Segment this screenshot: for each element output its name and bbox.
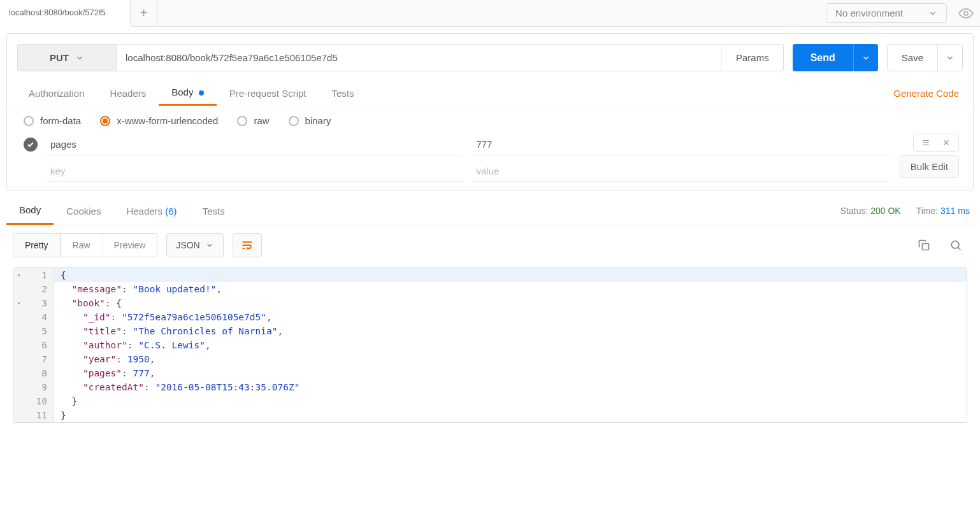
wrap-lines-toggle[interactable] xyxy=(233,233,262,257)
radio-icon xyxy=(24,116,34,126)
view-pretty-button[interactable]: Pretty xyxy=(13,234,61,257)
unsaved-indicator-icon xyxy=(199,90,204,96)
code-line: ▾1{ xyxy=(13,268,967,282)
body-type-radios: form-data x-www-form-urlencoded raw bina… xyxy=(7,106,973,131)
code-line: 7 "year": 1950, xyxy=(13,352,967,366)
tab-body-label: Body xyxy=(171,87,193,97)
send-button[interactable]: Send xyxy=(793,44,853,71)
chevron-down-icon xyxy=(946,53,955,62)
generate-code-link[interactable]: Generate Code xyxy=(888,82,964,105)
resp-tab-cookies[interactable]: Cookies xyxy=(54,198,113,224)
row-enabled-placeholder xyxy=(24,164,38,178)
radio-label: form-data xyxy=(40,115,81,126)
view-mode-group: Pretty Raw Preview xyxy=(13,233,157,257)
radio-icon xyxy=(289,116,299,126)
search-response-button[interactable] xyxy=(944,236,967,254)
request-tab[interactable]: localhost:8080/book/572f5 xyxy=(0,0,131,27)
bulk-edit-button[interactable]: Bulk Edit xyxy=(900,155,959,178)
row-enabled-toggle[interactable] xyxy=(24,138,38,152)
chevron-down-icon xyxy=(205,241,214,250)
url-input-container xyxy=(116,44,721,71)
environment-select[interactable]: No environment xyxy=(826,3,947,23)
http-method-select[interactable]: PUT xyxy=(17,44,116,71)
kv-editor: Bulk Edit xyxy=(7,131,973,185)
response-meta: Status: 200 OK Time: 311 ms xyxy=(837,206,974,216)
time-value: 311 ms xyxy=(940,206,970,216)
resp-tab-body[interactable]: Body xyxy=(6,197,54,225)
code-line: 5 "title": "The Chronicles of Narnia", xyxy=(13,324,967,338)
check-icon xyxy=(27,141,34,148)
resp-tab-tests[interactable]: Tests xyxy=(190,198,238,224)
copy-response-button[interactable] xyxy=(912,236,935,254)
svg-rect-8 xyxy=(923,244,929,250)
params-button[interactable]: Params xyxy=(721,44,784,71)
top-tab-bar: localhost:8080/book/572f5 + No environme… xyxy=(0,0,980,27)
radio-form-data[interactable]: form-data xyxy=(24,115,81,126)
radio-label: raw xyxy=(254,115,269,126)
radio-binary[interactable]: binary xyxy=(289,115,331,126)
kv-key-input[interactable] xyxy=(47,134,463,155)
view-raw-button[interactable]: Raw xyxy=(61,234,102,257)
tab-authorization[interactable]: Authorization xyxy=(16,82,97,105)
status-value: 200 OK xyxy=(870,206,900,216)
request-panel: PUT Params Send Save Authorization Heade… xyxy=(6,33,974,190)
kv-value-input[interactable] xyxy=(472,160,889,182)
svg-point-0 xyxy=(964,11,968,15)
tab-prerequest-script[interactable]: Pre-request Script xyxy=(217,82,319,105)
kv-value-input[interactable] xyxy=(472,134,889,155)
view-preview-button[interactable]: Preview xyxy=(102,234,157,257)
tab-tests[interactable]: Tests xyxy=(319,82,367,105)
environment-quicklook-button[interactable] xyxy=(952,6,980,21)
svg-line-10 xyxy=(958,248,961,250)
radio-raw[interactable]: raw xyxy=(237,115,269,126)
http-method-label: PUT xyxy=(50,52,69,63)
wrap-icon xyxy=(241,239,254,252)
radio-icon xyxy=(237,116,247,126)
kv-key-input[interactable] xyxy=(47,160,463,182)
code-line: 11} xyxy=(13,408,967,422)
format-label: JSON xyxy=(176,240,199,250)
chevron-down-icon xyxy=(861,53,870,62)
request-tab-title: localhost:8080/book/572f5 xyxy=(9,8,106,17)
radio-label: x-www-form-urlencoded xyxy=(117,115,218,126)
code-line: 2 "message": "Book updated!", xyxy=(13,282,967,296)
response-toolbar: Pretty Raw Preview JSON xyxy=(6,225,974,265)
code-line: ▾3 "book": { xyxy=(13,296,967,310)
code-line: 10 } xyxy=(13,394,967,408)
resp-tab-headers[interactable]: Headers (6) xyxy=(113,198,189,224)
send-options-button[interactable] xyxy=(853,44,878,71)
resp-tab-headers-label: Headers xyxy=(126,206,162,217)
code-line: 9 "createdAt": "2016-05-08T15:43:35.076Z… xyxy=(13,380,967,394)
radio-icon xyxy=(100,116,110,126)
environment-label: No environment xyxy=(835,8,903,18)
code-line: 6 "author": "C.S. Lewis", xyxy=(13,338,967,352)
resp-headers-count: (6) xyxy=(165,206,177,217)
save-button[interactable]: Save xyxy=(888,45,937,71)
tab-headers[interactable]: Headers xyxy=(97,82,159,105)
kv-row-new xyxy=(17,158,896,185)
chevron-down-icon xyxy=(928,9,937,18)
radio-urlencoded[interactable]: x-www-form-urlencoded xyxy=(100,115,218,126)
save-options-button[interactable] xyxy=(937,45,962,71)
response-body-viewer[interactable]: ▾1{2 "message": "Book updated!",▾3 "book… xyxy=(13,267,967,423)
code-line: 8 "pages": 777, xyxy=(13,366,967,380)
url-input[interactable] xyxy=(117,45,721,71)
kv-row xyxy=(17,131,896,158)
svg-point-9 xyxy=(951,241,959,248)
delete-row-button[interactable] xyxy=(942,138,951,147)
add-tab-button[interactable]: + xyxy=(131,0,157,27)
radio-label: binary xyxy=(305,115,331,126)
reorder-handle-icon[interactable] xyxy=(921,138,930,147)
time-label: Time: xyxy=(916,206,938,216)
status-label: Status: xyxy=(840,206,868,216)
tab-body[interactable]: Body xyxy=(159,80,216,106)
format-select[interactable]: JSON xyxy=(166,233,223,257)
chevron-down-icon xyxy=(75,53,84,62)
code-line: 4 "_id": "572f5ea79a6c1e506105e7d5", xyxy=(13,310,967,324)
response-tabs: Body Cookies Headers (6) Tests Status: 2… xyxy=(6,197,974,225)
request-tabs: Authorization Headers Body Pre-request S… xyxy=(7,80,973,106)
request-row: PUT Params Send Save xyxy=(7,34,973,74)
response-panel: Body Cookies Headers (6) Tests Status: 2… xyxy=(6,197,974,423)
